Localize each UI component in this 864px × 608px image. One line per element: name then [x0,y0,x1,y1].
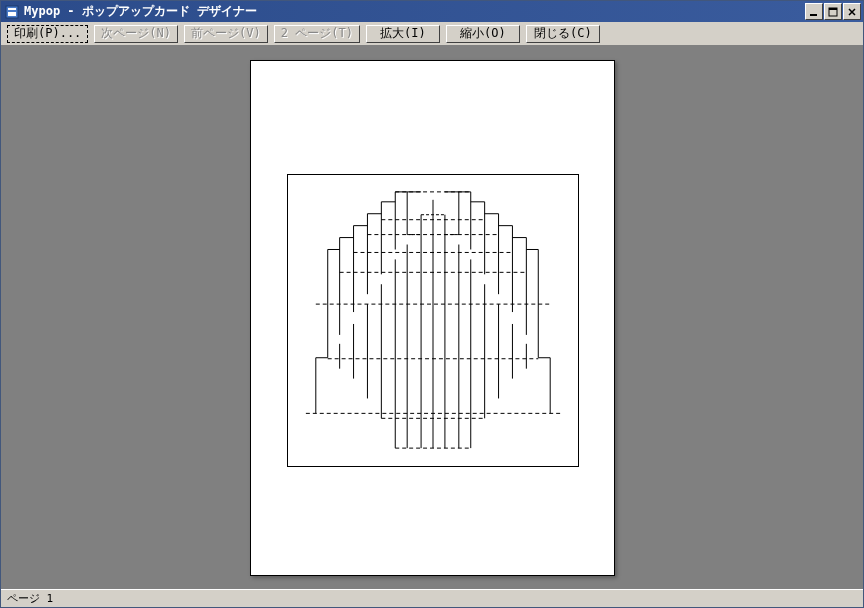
close-button[interactable] [843,3,861,20]
two-page-button: 2 ページ(T) [274,25,360,43]
close-preview-button[interactable]: 閉じる(C) [526,25,600,43]
status-page-label: ページ 1 [7,591,53,606]
preview-area [1,46,863,589]
svg-rect-1 [8,8,16,10]
svg-rect-5 [829,8,837,10]
print-button[interactable]: 印刷(P)... [7,25,88,43]
window-controls [804,3,861,20]
popup-design [287,174,579,467]
toolbar: 印刷(P)... 次ページ(N) 前ページ(V) 2 ページ(T) 拡大(I) … [1,22,863,46]
maximize-button[interactable] [824,3,842,20]
svg-rect-2 [8,12,16,16]
svg-rect-3 [810,14,817,16]
window-title: Mypop - ポップアップカード デザイナー [24,3,804,20]
zoom-out-button[interactable]: 縮小(O) [446,25,520,43]
zoom-in-button[interactable]: 拡大(I) [366,25,440,43]
page-preview [250,60,615,576]
status-bar: ページ 1 [1,589,863,607]
title-bar: Mypop - ポップアップカード デザイナー [1,1,863,22]
next-page-button: 次ページ(N) [94,25,178,43]
minimize-button[interactable] [805,3,823,20]
prev-page-button: 前ページ(V) [184,25,268,43]
app-icon [4,4,20,20]
